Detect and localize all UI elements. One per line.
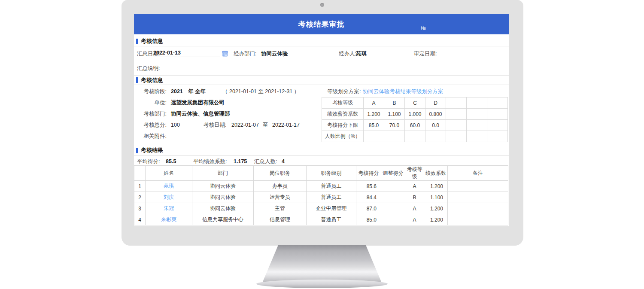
section-assess-info-1: 汇总日期: 经办部门: 协同云体验 经办人: 苑琪 审定日期:	[134, 46, 509, 76]
camera-dot-icon	[320, 3, 324, 7]
grade-table-cell	[446, 97, 467, 109]
results-column-header: 姓名	[146, 166, 192, 181]
results-column-header: 绩效系数	[424, 166, 448, 181]
results-table-row: 3朱冠协同云体验主管企业中层管理87.0A1.200	[134, 203, 508, 214]
section-heading-assess-info-1: 考核信息	[134, 37, 509, 46]
grade-table-cell: 1.100	[384, 109, 405, 120]
results-column-header: 岗位职务	[254, 166, 307, 181]
summary-date-input[interactable]	[153, 49, 220, 57]
grade-table-cell	[467, 131, 487, 142]
assess-results-table: 姓名部门岗位职务职务级别考核得分调整得分考核等级绩效系数备注 1苑琪协同云体验办…	[134, 165, 508, 225]
grade-table-cell	[467, 109, 487, 120]
grade-table-cell: C	[405, 97, 425, 109]
avg-coef-label: 平均绩效系数:	[193, 158, 227, 165]
grade-table-row-label: 人数比例（%）	[322, 131, 364, 142]
cell-no: 3	[134, 203, 146, 214]
app-window: 考核结果审批 № 考核信息 汇总日期:	[134, 14, 509, 226]
page-title: 考核结果审批	[134, 14, 509, 34]
employee-name-link[interactable]: 朱冠	[164, 205, 174, 211]
results-table-row: 1苑琪协同云体验办事员普通员工85.6A1.200	[134, 181, 508, 192]
results-header-row: 姓名部门岗位职务职务级别考核得分调整得分考核等级绩效系数备注	[134, 166, 508, 181]
grade-table-row: 绩效薪资系数1.2001.1001.0000.800	[322, 109, 508, 120]
assess-dept-label: 考核部门:	[134, 110, 167, 118]
attachment-label: 相关附件:	[134, 132, 167, 140]
cell-level: 企业中层管理	[307, 203, 356, 214]
results-table-row: 2刘庆协同云体验运营专员普通员工84.4B1.100	[134, 192, 508, 203]
cell-level: 普通员工	[307, 181, 356, 192]
cell-grade: A	[405, 203, 424, 214]
section-title: 考核信息	[141, 37, 163, 45]
summary-note-row: 汇总说明:	[134, 64, 509, 72]
stage-label: 考核阶段:	[134, 88, 167, 95]
avg-score-label: 平均得分:	[137, 158, 160, 165]
section-title: 考核结果	[141, 146, 163, 154]
employee-name-link[interactable]: 刘庆	[164, 194, 174, 200]
grade-table-cell	[467, 120, 487, 131]
grade-table-cell	[487, 120, 508, 131]
cell-grade: B	[405, 192, 424, 203]
total-people-value: 4	[282, 158, 285, 165]
stage-year-value: 2021	[171, 88, 183, 95]
section-assess-info-2: 考核阶段: 2021 年 全年 （ 2021-01-01 至 2021-12-3…	[134, 85, 509, 145]
grade-table-cell	[405, 131, 425, 142]
grade-table-cell: B	[384, 97, 405, 109]
stage-range-value: （ 2021-01-01 至 2021-12-31 ）	[222, 88, 299, 95]
grade-table-cell	[425, 131, 446, 142]
section-heading-assess-results: 考核结果	[134, 145, 509, 156]
monitor-stand-base	[256, 280, 388, 288]
avg-score-value: 85.5	[166, 158, 176, 165]
grade-table-row: 考核等级ABCD	[322, 97, 508, 109]
results-column-header: 部门	[192, 166, 254, 181]
grade-table-cell	[446, 120, 467, 131]
cell-level: 普通员工	[307, 214, 356, 225]
grade-table-cell: 1.200	[364, 109, 384, 120]
grade-table-cell: 0.0	[425, 120, 446, 131]
cell-position: 信息管理	[254, 214, 307, 225]
employee-name-link[interactable]: 来彬爽	[161, 216, 176, 222]
section-heading-assess-info-2: 考核信息	[134, 76, 509, 85]
cell-remark	[448, 181, 508, 192]
section-assess-results: 平均得分: 85.5 平均绩效系数: 1.175 汇总人数: 4 姓名部门岗位职…	[134, 156, 509, 226]
cell-score: 85.6	[356, 181, 381, 192]
grade-division-table: 考核等级ABCD绩效薪资系数1.2001.1001.0000.800考核得分下限…	[322, 97, 508, 142]
cell-no: 1	[134, 181, 146, 192]
grade-table-cell	[487, 97, 508, 109]
avg-coef-value: 1.175	[234, 158, 247, 165]
grade-table-row: 人数比例（%）	[322, 131, 508, 142]
results-column-header: 考核等级	[405, 166, 424, 181]
grade-table-row: 考核得分下限85.070.060.00.0	[322, 120, 508, 131]
cell-dept: 协同云体验	[192, 181, 254, 192]
grade-scheme-link[interactable]: 协同云体验考核结果等级划分方案	[363, 88, 444, 95]
assess-date-start: 2022-01-07	[231, 121, 259, 129]
cell-grade: A	[405, 214, 424, 225]
cell-adjust	[381, 192, 405, 203]
total-people-label: 汇总人数:	[254, 158, 277, 165]
results-column-header: 考核得分	[356, 166, 381, 181]
employee-name-link[interactable]: 苑琪	[164, 183, 174, 189]
grade-table-cell	[384, 131, 405, 142]
grade-table-cell	[446, 131, 467, 142]
cell-position: 运营专员	[254, 192, 307, 203]
cell-adjust	[381, 203, 405, 214]
grade-table-row-label: 绩效薪资系数	[322, 109, 364, 120]
unit-value: 远望发展集团有限公司	[171, 99, 225, 106]
doc-number-label: №	[421, 25, 426, 30]
calendar-icon[interactable]	[222, 50, 228, 59]
stage-period-value: 年 全年	[188, 88, 206, 95]
cell-score: 84.4	[356, 192, 381, 203]
section-bar-icon	[136, 39, 138, 44]
results-column-header: 职务级别	[307, 166, 356, 181]
grade-table-cell: A	[364, 97, 384, 109]
cell-coef: 1.200	[424, 214, 448, 225]
assess-date-to: 至	[263, 121, 268, 129]
results-table-row: 4来彬爽信息共享服务中心信息管理普通员工85.0A1.200	[134, 214, 508, 225]
grade-table-cell	[446, 109, 467, 120]
handler-value: 苑琪	[356, 50, 367, 58]
results-column-header: 备注	[448, 166, 508, 181]
cell-level: 普通员工	[307, 192, 356, 203]
summary-note-input[interactable]	[153, 64, 508, 72]
results-stats-row: 平均得分: 85.5 平均绩效系数: 1.175 汇总人数: 4	[134, 158, 509, 165]
cell-name: 朱冠	[146, 203, 192, 214]
grade-table-cell	[364, 131, 384, 142]
monitor-stand-neck	[263, 245, 381, 282]
